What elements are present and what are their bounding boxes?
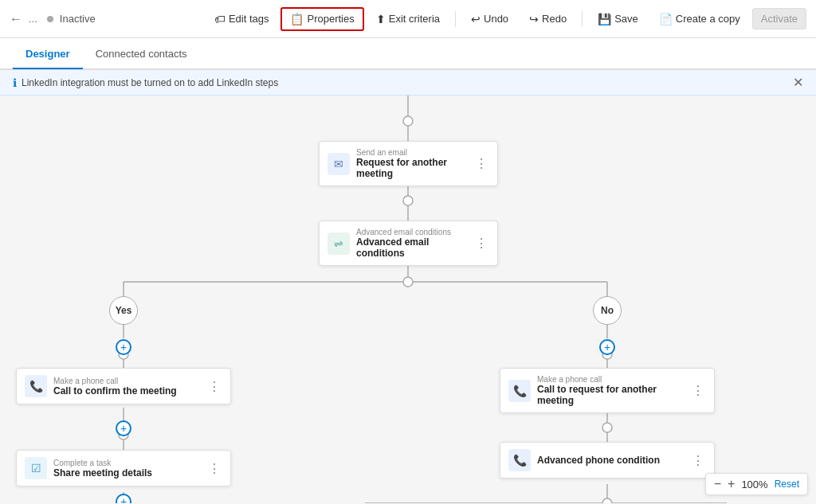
- no-branch-right: No: [593, 296, 622, 325]
- svg-point-22: [602, 423, 612, 432]
- phone-call-left-node[interactable]: 📞 Make a phone call Call to confirm the …: [16, 368, 231, 404]
- task-title: Share meeting details: [53, 467, 200, 479]
- exit-criteria-icon: ⬆: [376, 13, 386, 25]
- divider: [455, 11, 456, 27]
- create-copy-button[interactable]: 📄 Create a copy: [650, 8, 749, 30]
- phone-right-title: Call to request for another meeting: [537, 384, 684, 406]
- task-node[interactable]: ☑ Complete a task Share meeting details …: [16, 450, 231, 486]
- infobar-message: LinkedIn integration must be turned on t…: [22, 77, 278, 88]
- tabbar: Designer Connected contacts: [0, 38, 816, 70]
- send-email-sub: Send an email: [356, 148, 467, 157]
- save-icon: 💾: [598, 13, 611, 25]
- add-after-task-button[interactable]: +: [116, 494, 131, 503]
- email-conditions-title: Advanced email conditions: [356, 236, 467, 259]
- infobar: ℹ LinkedIn integration must be turned on…: [0, 70, 816, 96]
- redo-button[interactable]: ↪ Redo: [520, 8, 575, 30]
- tag-icon: 🏷: [214, 13, 226, 25]
- phone-right-menu-icon[interactable]: ⋮: [690, 383, 706, 398]
- advanced-phone-title: Advanced phone condition: [537, 455, 684, 466]
- brand-label: ...: [29, 13, 37, 25]
- svg-point-4: [403, 196, 413, 205]
- info-icon: ℹ: [13, 76, 17, 89]
- email-icon: ✉: [328, 153, 350, 175]
- tab-connected-contacts[interactable]: Connected contacts: [83, 40, 200, 69]
- phone-right-icon: 📞: [508, 380, 531, 402]
- task-sub: Complete a task: [53, 459, 200, 467]
- send-email-menu-icon[interactable]: ⋮: [473, 156, 489, 171]
- infobar-close-button[interactable]: ✕: [793, 75, 803, 90]
- exit-criteria-button[interactable]: ⬆ Exit criteria: [367, 8, 449, 30]
- infobar-left: ℹ LinkedIn integration must be turned on…: [13, 76, 278, 89]
- email-conditions-node[interactable]: ⇌ Advanced email conditions Advanced ema…: [319, 221, 498, 266]
- add-yes-branch-button[interactable]: +: [116, 339, 131, 355]
- email-conditions-icon: ⇌: [328, 232, 350, 255]
- zoom-in-button[interactable]: +: [728, 477, 735, 491]
- topbar: ← ... Inactive 🏷 Edit tags 📋 Properties …: [0, 0, 816, 38]
- advanced-phone-menu-icon[interactable]: ⋮: [690, 453, 706, 468]
- phone-left-sub: Make a phone call: [53, 377, 200, 385]
- properties-button[interactable]: 📋 Properties: [280, 7, 363, 31]
- back-button[interactable]: ←: [10, 12, 22, 26]
- send-email-title: Request for another meeting: [356, 157, 467, 179]
- divider2: [582, 11, 583, 27]
- email-conditions-menu-icon[interactable]: ⋮: [473, 236, 489, 251]
- phone-right-sub: Make a phone call: [537, 375, 684, 384]
- add-no-branch-button[interactable]: +: [599, 339, 615, 355]
- activate-button[interactable]: Activate: [752, 8, 806, 29]
- undo-button[interactable]: ↩ Undo: [462, 8, 517, 30]
- svg-point-7: [403, 277, 413, 287]
- svg-point-29: [602, 498, 612, 503]
- phone-call-right-node[interactable]: 📞 Make a phone call Call to request for …: [500, 368, 715, 413]
- zoom-reset-button[interactable]: Reset: [775, 479, 799, 490]
- save-button[interactable]: 💾 Save: [589, 8, 647, 30]
- edit-tags-button[interactable]: 🏷 Edit tags: [206, 8, 278, 30]
- topbar-actions: 🏷 Edit tags 📋 Properties ⬆ Exit criteria…: [206, 7, 806, 31]
- phone-left-title: Call to confirm the meeting: [53, 385, 200, 397]
- undo-icon: ↩: [471, 13, 481, 25]
- task-menu-icon[interactable]: ⋮: [206, 461, 222, 476]
- phone-left-icon: 📞: [25, 375, 47, 397]
- send-email-node[interactable]: ✉ Send an email Request for another meet…: [319, 141, 498, 186]
- redo-icon: ↪: [529, 13, 539, 25]
- zoom-controls: − + 100% Reset: [705, 473, 808, 495]
- task-icon: ☑: [25, 457, 47, 479]
- yes-branch-left: Yes: [109, 296, 138, 325]
- copy-icon: 📄: [659, 13, 673, 25]
- advanced-phone-node[interactable]: 📞 Advanced phone condition ⋮: [500, 442, 715, 479]
- zoom-out-button[interactable]: −: [714, 477, 721, 491]
- svg-point-1: [403, 116, 413, 126]
- add-after-phone-left-button[interactable]: +: [116, 420, 131, 436]
- tab-designer[interactable]: Designer: [13, 40, 83, 69]
- properties-icon: 📋: [290, 13, 304, 25]
- status-dot-icon: [47, 16, 53, 22]
- zoom-level: 100%: [741, 479, 767, 490]
- phone-left-menu-icon[interactable]: ⋮: [206, 379, 222, 394]
- email-conditions-sub: Advanced email conditions: [356, 228, 467, 236]
- advanced-phone-icon: 📞: [508, 449, 531, 471]
- canvas: ✉ Send an email Request for another meet…: [0, 96, 816, 503]
- status-label: Inactive: [60, 13, 96, 25]
